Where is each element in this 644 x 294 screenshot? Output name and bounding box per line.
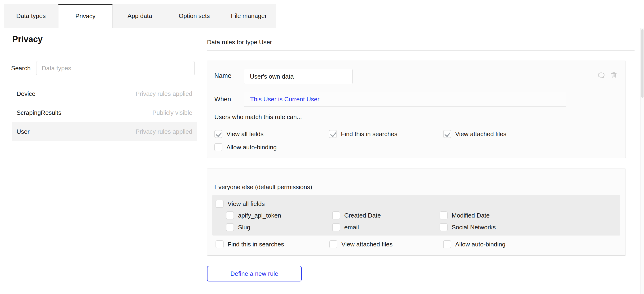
permission-view-all-fields[interactable]: View all fields (214, 129, 264, 139)
fields-box: View all fields apify_api_token Created … (212, 195, 620, 235)
checkbox-label: Allow auto-binding (226, 144, 276, 151)
default-view-attached-files[interactable]: View attached files (329, 239, 392, 249)
checkbox-icon[interactable] (226, 211, 234, 219)
data-type-list: Device Privacy rules applied ScrapingRes… (12, 84, 197, 141)
checkbox-label: Created Date (344, 212, 381, 219)
when-label: When (214, 96, 231, 103)
checkbox-label: View attached files (455, 130, 506, 138)
default-find-in-searches[interactable]: Find this in searches (216, 239, 284, 249)
field-slug[interactable]: Slug (226, 222, 250, 232)
checkbox-icon[interactable] (440, 223, 448, 231)
checkbox-label: View all fields (228, 200, 265, 208)
tab-file-manager[interactable]: File manager (222, 4, 276, 28)
when-condition-text[interactable]: This User is Current User (250, 96, 320, 103)
data-type-status: Publicly visible (152, 109, 192, 116)
permission-allow-auto-binding[interactable]: Allow auto-binding (214, 143, 276, 152)
tab-data-types[interactable]: Data types (4, 4, 58, 28)
tab-bar: Data types Privacy App data Option sets … (4, 4, 276, 28)
page-title: Privacy (12, 34, 42, 44)
default-view-all-fields[interactable]: View all fields (216, 199, 265, 208)
checkbox-icon[interactable] (440, 211, 448, 219)
checkbox-label: Find this in searches (228, 241, 284, 248)
field-modified-date[interactable]: Modified Date (440, 211, 490, 220)
define-new-rule-button[interactable]: Define a new rule (207, 266, 302, 281)
permission-view-attached-files[interactable]: View attached files (443, 129, 506, 139)
permissions-intro: Users who match this rule can... (214, 113, 302, 121)
checkbox-icon[interactable] (216, 240, 224, 248)
checkbox-label: Modified Date (452, 212, 490, 219)
checkbox-label: email (344, 224, 359, 231)
checkbox-icon[interactable] (443, 240, 451, 248)
field-created-date[interactable]: Created Date (332, 211, 381, 220)
tab-privacy[interactable]: Privacy (58, 4, 112, 28)
data-type-status: Privacy rules applied (136, 128, 192, 135)
checkbox-icon[interactable] (329, 240, 338, 248)
checkbox-icon[interactable] (332, 223, 340, 231)
default-permissions-card: Everyone else (default permissions) View… (207, 169, 626, 256)
permission-find-in-searches[interactable]: Find this in searches (329, 129, 397, 139)
checkbox-label: Find this in searches (341, 130, 397, 138)
data-type-row-device[interactable]: Device Privacy rules applied (12, 84, 197, 103)
checkbox-icon[interactable] (332, 211, 340, 219)
checkbox-icon[interactable] (329, 130, 337, 138)
data-type-row-scrapingresults[interactable]: ScrapingResults Publicly visible (12, 103, 197, 122)
checkbox-label: Social Networks (452, 224, 496, 231)
tab-option-sets[interactable]: Option sets (167, 4, 222, 28)
search-input[interactable] (36, 61, 195, 75)
checkbox-label: View attached files (342, 241, 392, 248)
data-type-name: Device (16, 90, 35, 98)
data-type-name: User (16, 128, 30, 135)
checkbox-icon[interactable] (214, 143, 222, 151)
trash-icon[interactable] (610, 71, 618, 79)
field-social-networks[interactable]: Social Networks (440, 222, 496, 232)
rules-title: Data rules for type User (207, 39, 272, 46)
checkbox-icon[interactable] (226, 223, 234, 231)
checkbox-label: Slug (238, 224, 250, 231)
divider (12, 51, 197, 51)
checkbox-icon[interactable] (216, 200, 224, 208)
comment-icon[interactable] (597, 71, 605, 79)
vertical-scrollbar[interactable] (640, 28, 644, 294)
search-label: Search (11, 65, 30, 72)
data-type-row-user[interactable]: User Privacy rules applied (12, 122, 197, 141)
when-condition-box[interactable]: This User is Current User (244, 92, 566, 107)
scrollbar-thumb[interactable] (642, 29, 644, 98)
name-label: Name (214, 72, 232, 80)
field-apify-api-token[interactable]: apify_api_token (226, 211, 281, 220)
default-permissions-title: Everyone else (default permissions) (214, 183, 312, 191)
data-type-name: ScrapingResults (16, 109, 61, 116)
field-email[interactable]: email (332, 222, 359, 232)
checkbox-label: View all fields (226, 130, 264, 138)
rule-name-input[interactable] (244, 69, 352, 84)
rule-card: Name When This User is Current User User… (207, 61, 626, 158)
checkbox-icon[interactable] (214, 130, 222, 138)
checkbox-label: Allow auto-binding (455, 241, 505, 248)
checkbox-label: apify_api_token (238, 212, 281, 219)
checkbox-icon[interactable] (443, 130, 451, 138)
default-allow-auto-binding[interactable]: Allow auto-binding (443, 239, 505, 249)
data-type-status: Privacy rules applied (136, 90, 192, 98)
search-row: Search (11, 61, 197, 75)
tab-app-data[interactable]: App data (112, 4, 167, 28)
